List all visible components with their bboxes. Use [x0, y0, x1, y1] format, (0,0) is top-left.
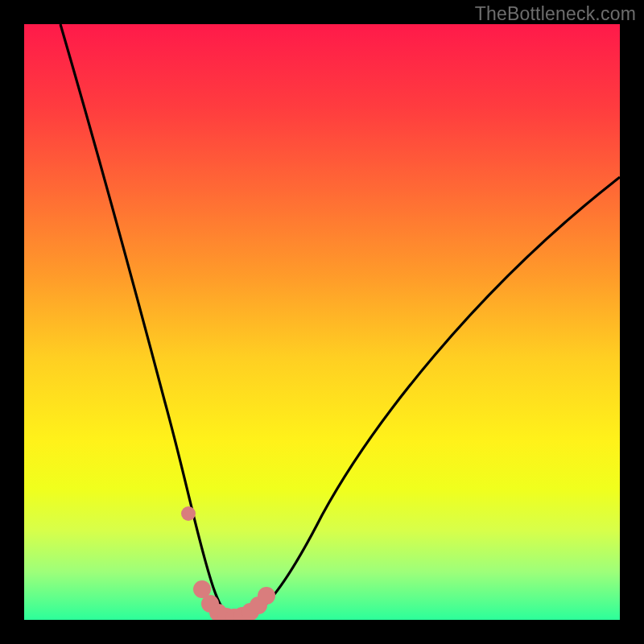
- attribution-label: TheBottleneck.com: [475, 3, 636, 25]
- svg-point-9: [258, 587, 275, 605]
- plot-area: [24, 24, 620, 620]
- bottleneck-curve-path: [60, 24, 620, 619]
- curve-layer: [24, 24, 620, 620]
- chart-frame: TheBottleneck.com: [0, 0, 644, 644]
- svg-point-0: [181, 506, 196, 521]
